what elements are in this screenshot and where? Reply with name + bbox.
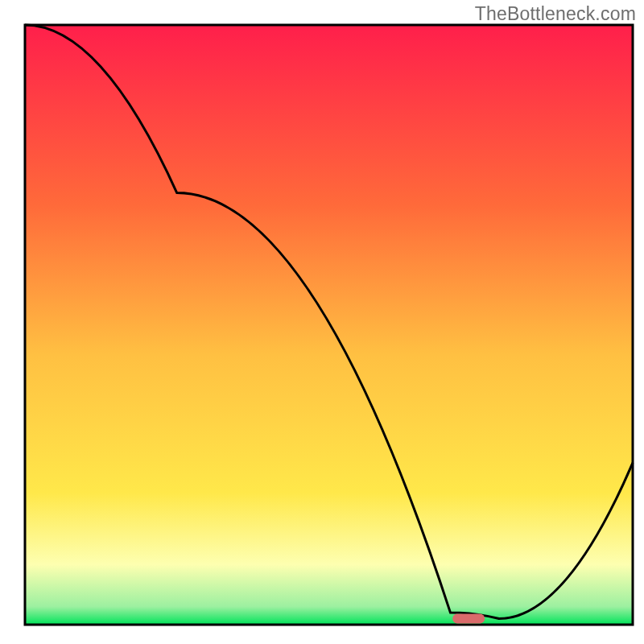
watermark-text: TheBottleneck.com: [475, 3, 636, 25]
optimal-marker: [452, 614, 485, 624]
plot-bg: [25, 25, 633, 625]
bottleneck-chart: [0, 0, 644, 644]
